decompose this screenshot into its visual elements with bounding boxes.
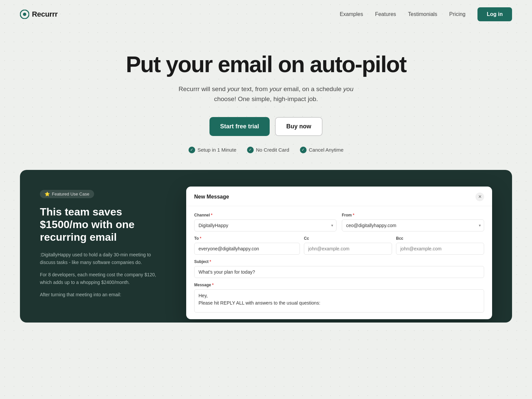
channel-label: Channel *	[194, 213, 336, 217]
badge-setup-text: Setup in 1 Minute	[198, 147, 236, 153]
dark-para-1: :DigitallyHappy used to hold a daily 30-…	[40, 251, 166, 266]
logo-icon	[20, 10, 29, 19]
hero-headline: Put your email on auto-pilot	[13, 52, 519, 77]
subject-label: Subject *	[194, 259, 484, 264]
check-icon-2: ✓	[247, 147, 254, 153]
to-required: *	[200, 236, 201, 241]
badge-label: Featured Use Case	[52, 192, 89, 197]
nav-features[interactable]: Features	[375, 11, 396, 17]
hero-buttons: Start free trial Buy now	[13, 117, 519, 136]
bcc-group: Bcc	[396, 236, 484, 255]
compose-card: New Message ✕ Channel * DigitallyHappy	[186, 187, 492, 319]
to-cc-bcc-row: To * Cc Bcc	[194, 236, 484, 255]
header: Recurrr Examples Features Testimonials P…	[0, 0, 532, 29]
compose-body: Channel * DigitallyHappy From *	[186, 206, 492, 319]
subject-group: Subject *	[194, 259, 484, 278]
message-body[interactable]: Hey, Please hit REPLY ALL with answers t…	[194, 289, 484, 313]
message-label: Message *	[194, 283, 484, 287]
message-required: *	[212, 283, 214, 287]
compose-title: New Message	[194, 194, 229, 200]
channel-required: *	[211, 213, 212, 217]
badge-no-cc: ✓ No Credit Card	[247, 147, 289, 153]
to-input[interactable]	[194, 243, 300, 255]
from-required: *	[353, 213, 354, 217]
buy-now-button[interactable]: Buy now	[275, 117, 323, 136]
dark-section: ⭐ Featured Use Case This team saves $150…	[20, 170, 512, 323]
message-group: Message * Hey, Please hit REPLY ALL with…	[194, 283, 484, 313]
svg-point-1	[23, 13, 26, 16]
compose-header: New Message ✕	[186, 187, 492, 206]
hero-section: Put your email on auto-pilot Recurrr wil…	[0, 29, 532, 170]
from-label: From *	[342, 213, 484, 217]
dark-section-right: New Message ✕ Channel * DigitallyHappy	[186, 190, 492, 323]
close-compose-button[interactable]: ✕	[475, 193, 484, 201]
start-trial-button[interactable]: Start free trial	[209, 117, 270, 136]
channel-select-wrapper: DigitallyHappy	[194, 219, 336, 231]
cc-label: Cc	[304, 236, 392, 241]
from-select[interactable]: ceo@digitallyhappy.com	[342, 219, 484, 231]
check-icon-1: ✓	[189, 147, 195, 153]
nav-testimonials[interactable]: Testimonials	[408, 11, 437, 17]
nav-pricing[interactable]: Pricing	[449, 11, 466, 17]
hero-badges: ✓ Setup in 1 Minute ✓ No Credit Card ✓ C…	[13, 147, 519, 153]
dark-section-heading: This team saves $1500/mo with one recurr…	[40, 205, 166, 244]
message-line2: Please hit REPLY ALL with answers to the…	[199, 300, 480, 306]
from-select-wrapper: ceo@digitallyhappy.com	[342, 219, 484, 231]
logo-text: Recurrr	[32, 10, 58, 19]
from-group: From * ceo@digitallyhappy.com	[342, 213, 484, 231]
nav-examples[interactable]: Examples	[340, 11, 363, 17]
logo: Recurrr	[20, 10, 58, 19]
message-line1: Hey,	[199, 293, 480, 298]
cc-input[interactable]	[304, 243, 392, 255]
bcc-label: Bcc	[396, 236, 484, 241]
dark-section-left: ⭐ Featured Use Case This team saves $150…	[40, 190, 166, 304]
badge-no-cc-text: No Credit Card	[256, 147, 289, 153]
dark-para-3: After turning that meeting into an email…	[40, 291, 166, 299]
bcc-input[interactable]	[396, 243, 484, 255]
badge-cancel: ✓ Cancel Anytime	[300, 147, 343, 153]
channel-from-row: Channel * DigitallyHappy From *	[194, 213, 484, 231]
main-nav: Examples Features Testimonials Pricing L…	[340, 7, 512, 21]
featured-badge: ⭐ Featured Use Case	[40, 190, 94, 198]
badge-emoji: ⭐	[45, 192, 50, 197]
subject-input[interactable]	[194, 266, 484, 278]
channel-group: Channel * DigitallyHappy	[194, 213, 336, 231]
to-group: To *	[194, 236, 300, 255]
check-icon-3: ✓	[300, 147, 307, 153]
channel-select[interactable]: DigitallyHappy	[194, 219, 336, 231]
hero-subtitle: Recurrr will send your text, from your e…	[13, 84, 519, 104]
to-label: To *	[194, 236, 300, 241]
dark-para-2: For 8 developers, each meeting cost the …	[40, 271, 166, 286]
subject-required: *	[209, 259, 211, 264]
cc-group: Cc	[304, 236, 392, 255]
login-button[interactable]: Log in	[477, 7, 512, 21]
badge-setup: ✓ Setup in 1 Minute	[189, 147, 236, 153]
badge-cancel-text: Cancel Anytime	[309, 147, 343, 153]
